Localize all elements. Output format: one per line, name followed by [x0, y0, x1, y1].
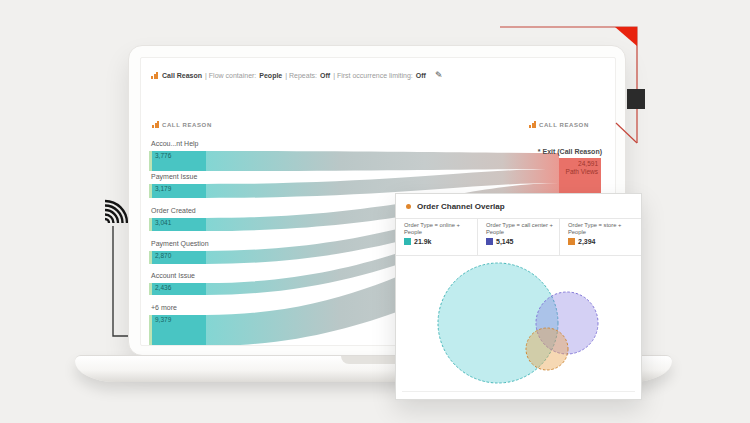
node-label[interactable]: +6 more: [151, 304, 177, 311]
node-bar[interactable]: 3,041: [149, 218, 206, 231]
exit-node-label: * Exit (Call Reason): [538, 148, 602, 155]
exit-sub-label: Path Views: [562, 168, 598, 176]
card-footer-divider: [402, 391, 635, 392]
node-bar[interactable]: 2,870: [149, 251, 206, 264]
red-triangle: [615, 27, 637, 46]
node-label[interactable]: Payment Question: [151, 240, 209, 247]
order-overlap-card: Order Channel Overlap Order Type = onlin…: [395, 193, 642, 400]
venn-diagram[interactable]: [396, 194, 641, 399]
ripple-icon: [105, 201, 127, 223]
node-bar[interactable]: 9,379: [149, 315, 206, 346]
node-bar[interactable]: 3,776: [149, 151, 206, 171]
venn-circle-store: [526, 328, 568, 370]
exit-value: 24,591: [562, 160, 598, 168]
node-bar[interactable]: 2,436: [149, 283, 206, 295]
node-label[interactable]: Payment Issue: [151, 173, 197, 180]
node-label[interactable]: Order Created: [151, 207, 196, 214]
black-square-decoration: [627, 89, 645, 109]
node-label[interactable]: Account Issue: [151, 272, 195, 279]
node-label[interactable]: Accou...nt Help: [151, 140, 198, 147]
node-bar[interactable]: 3,179: [149, 184, 206, 198]
